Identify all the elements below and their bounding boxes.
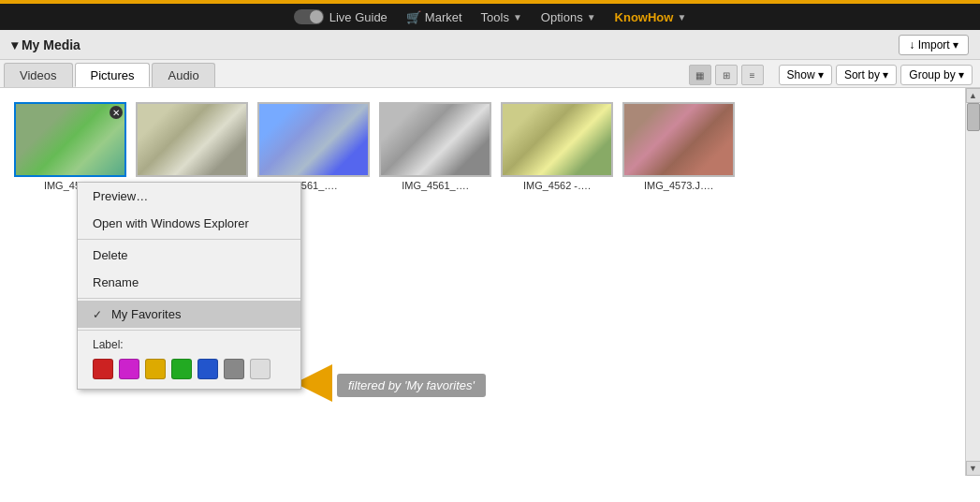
thumb-item-1[interactable]: ✕ IMG_455… bbox=[14, 102, 126, 191]
my-media-title: ▾ My Media bbox=[11, 37, 80, 52]
thumb-image-1: ✕ bbox=[14, 102, 126, 177]
view-large-btn[interactable]: ▦ bbox=[689, 65, 711, 85]
thumb-image-5 bbox=[501, 102, 613, 177]
title-bar: ▾ My Media ↓ Import ▾ bbox=[0, 30, 980, 60]
options-nav-item[interactable]: Options ▼ bbox=[541, 10, 596, 24]
top-nav: Live Guide 🛒 Market Tools ▼ Options ▼ Kn… bbox=[0, 4, 980, 30]
show-dropdown[interactable]: Show ▾ bbox=[779, 65, 832, 85]
ctx-sep-3 bbox=[78, 330, 300, 331]
main-content: ✕ IMG_455… IMG_456… _4561_…. IMG_4561_….… bbox=[0, 88, 980, 476]
knowhow-nav-item[interactable]: KnowHow ▼ bbox=[615, 10, 687, 24]
scroll-track[interactable] bbox=[966, 103, 980, 461]
thumb-close-1[interactable]: ✕ bbox=[110, 106, 123, 119]
ctx-preview[interactable]: Preview… bbox=[78, 183, 300, 210]
thumb-label-6: IMG_4573.J…. bbox=[622, 180, 735, 191]
tabs-row: Videos Pictures Audio ▦ ⊞ ≡ Show ▾ Sort … bbox=[0, 60, 980, 88]
color-swatch-red[interactable] bbox=[93, 359, 113, 379]
ctx-sep-2 bbox=[78, 298, 300, 299]
tab-videos[interactable]: Videos bbox=[4, 63, 73, 87]
thumb-image-3 bbox=[257, 102, 370, 177]
ctx-my-favorites[interactable]: ✓ My Favorites bbox=[78, 301, 300, 328]
ctx-delete[interactable]: Delete bbox=[78, 242, 300, 269]
ctx-colors-row bbox=[78, 355, 300, 389]
scroll-thumb[interactable] bbox=[967, 103, 980, 131]
thumb-item-2[interactable]: IMG_456… bbox=[136, 102, 248, 191]
tools-dropdown-arrow: ▼ bbox=[513, 12, 522, 22]
thumb-image-2 bbox=[136, 102, 248, 177]
tab-audio[interactable]: Audio bbox=[152, 63, 214, 87]
options-dropdown-arrow: ▼ bbox=[587, 12, 596, 22]
thumb-item-4[interactable]: IMG_4561_…. bbox=[379, 102, 491, 191]
thumb-image-4 bbox=[379, 102, 491, 177]
scrollbar[interactable]: ▲ ▼ bbox=[965, 88, 980, 476]
color-swatch-magenta[interactable] bbox=[119, 359, 139, 379]
color-swatch-blue[interactable] bbox=[197, 359, 218, 379]
live-guide-label: Live Guide bbox=[329, 10, 388, 24]
knowhow-dropdown-arrow: ▼ bbox=[677, 12, 686, 22]
ctx-label-row: Label: bbox=[78, 332, 300, 355]
toggle-switch[interactable] bbox=[294, 9, 324, 24]
sort-dropdown[interactable]: Sort by ▾ bbox=[836, 65, 897, 85]
thumb-item-6[interactable]: IMG_4573.J…. bbox=[622, 102, 735, 191]
thumb-label-4: IMG_4561_…. bbox=[379, 180, 491, 191]
color-swatch-green[interactable] bbox=[171, 359, 192, 379]
market-icon: 🛒 bbox=[406, 10, 421, 24]
filter-badge: filtered by 'My favorites' bbox=[337, 374, 486, 397]
thumb-label-5: IMG_4562 -…. bbox=[501, 180, 613, 191]
scroll-up-arrow[interactable]: ▲ bbox=[966, 88, 981, 103]
checkmark-icon: ✓ bbox=[93, 308, 106, 321]
scroll-down-arrow[interactable]: ▼ bbox=[966, 461, 981, 476]
market-nav-item[interactable]: 🛒 Market bbox=[406, 10, 462, 24]
thumb-item-3[interactable]: _4561_…. bbox=[257, 102, 370, 191]
toolbar: ▦ ⊞ ≡ Show ▾ Sort by ▾ Group by ▾ bbox=[681, 60, 980, 90]
view-list-btn[interactable]: ≡ bbox=[741, 65, 764, 85]
ctx-rename[interactable]: Rename bbox=[78, 269, 300, 296]
live-guide-toggle[interactable]: Live Guide bbox=[294, 9, 388, 24]
thumb-item-5[interactable]: IMG_4562 -…. bbox=[501, 102, 613, 191]
import-button[interactable]: ↓ Import ▾ bbox=[899, 35, 969, 55]
color-swatch-white[interactable] bbox=[250, 359, 271, 379]
ctx-sep-1 bbox=[78, 239, 300, 240]
color-swatch-gray[interactable] bbox=[224, 359, 244, 379]
thumb-image-6 bbox=[622, 102, 735, 177]
toggle-knob bbox=[310, 10, 323, 23]
tools-nav-item[interactable]: Tools ▼ bbox=[481, 10, 522, 24]
view-medium-btn[interactable]: ⊞ bbox=[715, 65, 738, 85]
group-dropdown[interactable]: Group by ▾ bbox=[900, 65, 973, 85]
tab-pictures[interactable]: Pictures bbox=[75, 63, 151, 87]
context-menu: Preview… Open with Windows Explorer Dele… bbox=[77, 182, 301, 390]
color-swatch-yellow[interactable] bbox=[145, 359, 166, 379]
ctx-open-explorer[interactable]: Open with Windows Explorer bbox=[78, 210, 300, 237]
